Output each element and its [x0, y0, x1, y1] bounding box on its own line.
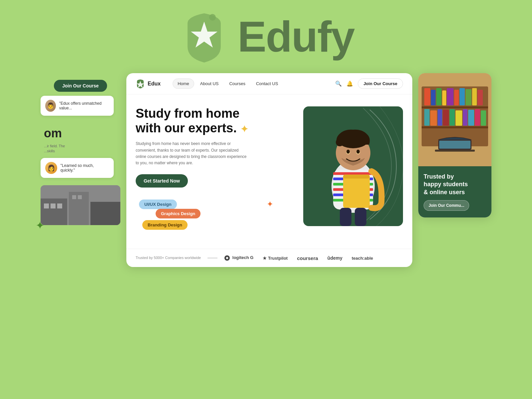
- search-button[interactable]: 🔍: [335, 80, 342, 87]
- center-panel: Edux Home About US Courses Contact US 🔍 …: [126, 73, 412, 267]
- tag-branding[interactable]: Branding Design: [142, 220, 188, 230]
- teachable-logo: teach:able: [352, 256, 373, 261]
- nav-link-about[interactable]: About US: [196, 78, 223, 89]
- student-illustration: [307, 110, 400, 226]
- course-tags: UI/UX Design Graphics Design Branding De…: [136, 200, 293, 239]
- svg-rect-56: [475, 109, 480, 126]
- right-panel: Trusted byhappy students& online users J…: [418, 73, 491, 217]
- edufy-logo-icon: [178, 10, 231, 63]
- svg-point-24: [349, 131, 357, 139]
- tag-graphics[interactable]: Graphics Design: [156, 209, 200, 218]
- brand-logos: logitech G ★ Trustpilot coursera ûdemy t…: [224, 255, 403, 261]
- svg-rect-47: [477, 90, 483, 105]
- svg-rect-49: [430, 110, 437, 126]
- nav-link-contact[interactable]: Contact US: [251, 78, 283, 89]
- partial-word: om: [44, 123, 120, 144]
- svg-rect-54: [463, 109, 467, 126]
- svg-rect-18: [343, 175, 370, 208]
- divider: [207, 258, 217, 258]
- svg-rect-48: [424, 109, 430, 126]
- right-panel-bottom: Trusted byhappy students& online users J…: [418, 166, 491, 217]
- svg-rect-51: [443, 110, 449, 126]
- svg-rect-8: [72, 195, 76, 199]
- avatar-2: 👩: [45, 162, 57, 174]
- search-icon: 🔍: [335, 81, 342, 86]
- svg-rect-32: [355, 208, 366, 226]
- trusted-text: Trusted by 5000+ Companies worldwide: [136, 255, 201, 260]
- svg-point-25: [356, 133, 363, 140]
- svg-rect-46: [472, 88, 477, 105]
- left-panel: Join Our Course 👨 "Edux offers unmatched…: [41, 80, 120, 242]
- join-community-button[interactable]: Join Our Commu...: [424, 200, 469, 211]
- svg-rect-55: [468, 110, 474, 126]
- svg-point-26: [362, 137, 369, 145]
- testimonial-text-1: "Edux offers unmatched value...: [59, 101, 109, 110]
- coursera-logo: coursera: [297, 255, 318, 261]
- navbar: Edux Home About US Courses Contact US 🔍 …: [126, 73, 412, 94]
- svg-rect-52: [450, 109, 455, 126]
- nav-join-course-button[interactable]: Join Our Course: [358, 78, 403, 89]
- hero-section: Study from home with our experts. ✦ Stud…: [126, 94, 412, 249]
- svg-rect-7: [57, 203, 62, 208]
- hero-description: Studying from home has never been more e…: [136, 141, 249, 166]
- avatar-1: 👨: [45, 100, 56, 112]
- partners-strip: Trusted by 5000+ Companies worldwide log…: [126, 249, 412, 267]
- svg-rect-37: [422, 126, 488, 128]
- nav-links: Home About US Courses Contact US: [173, 78, 330, 89]
- svg-rect-19: [343, 175, 370, 179]
- hero-title-line2: with our experts. ✦: [136, 121, 248, 135]
- svg-rect-41: [442, 90, 446, 105]
- nav-brand-icon: [136, 79, 145, 88]
- svg-rect-31: [340, 208, 351, 226]
- svg-rect-43: [454, 90, 459, 105]
- library-scene-icon: [418, 73, 491, 166]
- svg-rect-40: [436, 88, 442, 105]
- hero-left: Study from home with our experts. ✦ Stud…: [136, 106, 297, 239]
- trustpilot-logo: ★ Trustpilot: [263, 256, 288, 261]
- bell-icon: 🔔: [346, 81, 353, 86]
- panels-row: Join Our Course 👨 "Edux offers unmatched…: [0, 73, 532, 267]
- partial-desc-2: ...skills: [44, 149, 120, 154]
- svg-rect-12: [333, 172, 373, 175]
- notification-button[interactable]: 🔔: [346, 80, 353, 87]
- svg-rect-38: [424, 88, 430, 105]
- svg-point-0: [209, 14, 216, 21]
- svg-rect-42: [447, 88, 454, 105]
- svg-rect-9: [78, 195, 82, 199]
- logitech-logo: logitech G: [224, 255, 253, 261]
- nav-link-home[interactable]: Home: [173, 78, 194, 89]
- svg-rect-57: [481, 110, 486, 126]
- svg-rect-44: [460, 88, 465, 105]
- get-started-button[interactable]: Get Started Now: [136, 174, 188, 188]
- svg-rect-39: [431, 90, 436, 105]
- svg-point-22: [336, 138, 344, 146]
- svg-rect-53: [456, 110, 462, 126]
- svg-rect-5: [44, 203, 49, 208]
- sparkle-icon: ✦: [240, 124, 248, 134]
- brand-header: Edufy: [0, 0, 532, 70]
- nav-actions: 🔍 🔔 Join Our Course: [335, 78, 403, 89]
- logitech-icon: [224, 255, 230, 261]
- svg-rect-50: [438, 109, 442, 126]
- svg-rect-58: [435, 150, 475, 152]
- svg-rect-36: [422, 106, 488, 108]
- nav-link-courses[interactable]: Courses: [224, 78, 250, 89]
- testimonial-card-1: 👨 "Edux offers unmatched value...: [41, 96, 114, 116]
- udemy-logo: ûdemy: [328, 255, 342, 261]
- right-panel-image: [418, 73, 491, 166]
- hero-image: [303, 106, 403, 226]
- hero-title: Study from home with our experts. ✦: [136, 106, 293, 135]
- testimonial-card-2: 👩 "Learned so much, quickly.": [41, 158, 114, 178]
- nav-brand: Edux: [136, 79, 161, 88]
- hero-title-line1: Study from home: [136, 106, 239, 120]
- svg-point-23: [343, 134, 350, 140]
- tag-uiux[interactable]: UI/UX Design: [139, 200, 177, 209]
- partial-desc-1: ...ir field. The: [44, 144, 120, 149]
- left-join-course-button[interactable]: Join Our Course: [54, 80, 107, 92]
- nav-brand-name: Edux: [148, 81, 161, 87]
- svg-rect-6: [51, 203, 56, 208]
- right-trusted-heading: Trusted byhappy students& online users: [424, 173, 486, 196]
- svg-rect-45: [466, 89, 471, 105]
- svg-point-29: [346, 150, 350, 154]
- svg-point-30: [356, 150, 360, 154]
